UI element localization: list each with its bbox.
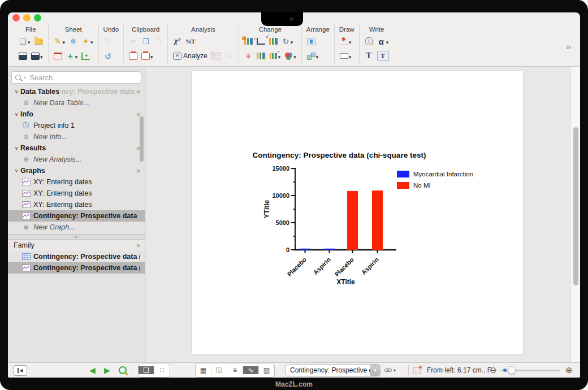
toolbar-overflow-chevron-icon[interactable]: » [566, 42, 571, 52]
graph-format-button[interactable] [269, 38, 278, 45]
sidebar-scrollbar-thumb[interactable] [140, 116, 144, 162]
toolbar-row [306, 34, 316, 49]
new-document-button[interactable] [18, 36, 31, 46]
layout-view-button[interactable]: ▥ [258, 366, 274, 374]
info-view-button[interactable]: ⓘ [211, 366, 227, 375]
sidebar-item-new-data-table[interactable]: ⊕New Data Table... [8, 97, 145, 109]
sheet-selector-dropdown[interactable]: Contingency: Prospective da ▼ [286, 363, 381, 378]
dropdown-caret-icon [349, 36, 352, 46]
axes-button[interactable] [256, 38, 266, 45]
sidebar-item-new-info[interactable]: ⊕New Info... [8, 131, 145, 142]
section-label: Data Tables [20, 88, 62, 96]
close-window-button[interactable] [12, 14, 20, 21]
draw-line-button[interactable] [339, 36, 352, 46]
find-related-button[interactable] [119, 363, 127, 378]
zoom-window-button[interactable] [34, 14, 41, 21]
bar-aspirin-myocardial-infarction[interactable] [324, 249, 335, 250]
sidebar-item-new-graph[interactable]: ⊕New Graph... [8, 222, 145, 233]
forward-button[interactable]: ▶ [104, 363, 110, 378]
delete-sheet-button[interactable] [53, 53, 63, 59]
single-page-view-button[interactable]: ❏ [139, 366, 154, 374]
back-button[interactable]: ◀ [89, 363, 96, 378]
toolbar-group-label: Arrange [306, 25, 330, 34]
info-add-button[interactable] [364, 37, 374, 46]
zoom-out-button[interactable]: ⊖ [490, 363, 497, 378]
graph-icon [21, 190, 31, 197]
contingency-chart[interactable]: Contingency: Prospective data (chi-squar… [248, 149, 497, 363]
paste-button[interactable] [128, 53, 138, 60]
graph-page[interactable]: Contingency: Prospective data (chi-squar… [191, 71, 524, 354]
collapse-sidebar-button[interactable]: ◀ [14, 363, 27, 378]
graph-type-button[interactable] [244, 38, 253, 45]
text-plain-button[interactable] [364, 51, 374, 60]
graph-view-button[interactable]: ∿ [243, 366, 258, 374]
section-label: Graphs [20, 167, 47, 175]
linked-sheets-button[interactable]: ▾ [384, 363, 396, 378]
sidebar-item-contingency-prospective-data-c[interactable]: Contingency: Prospective data (c [8, 262, 145, 274]
canvas-scrollbar-thumb[interactable] [573, 127, 578, 285]
search-input[interactable] [28, 73, 137, 83]
results-view-button[interactable]: ≡ [227, 366, 243, 374]
percent-t-button[interactable] [185, 37, 195, 46]
bar-placebo-myocardial-infarction[interactable] [300, 249, 310, 250]
alpha-button[interactable] [377, 36, 390, 46]
sidebar-item-label: New Analysis... [33, 155, 81, 163]
magic-wand-button[interactable] [244, 51, 253, 60]
sidebar-item-xy-entering-dates[interactable]: XY: Entering dates [8, 188, 145, 199]
zoom-slider[interactable] [501, 363, 560, 378]
draw-rect-button[interactable] [339, 51, 352, 61]
section-header-results[interactable]: ∨Results» [8, 142, 145, 154]
save-button[interactable] [18, 53, 28, 60]
section-more-icon[interactable]: » [136, 88, 140, 96]
paste-menu-button[interactable] [141, 51, 154, 61]
canvas-scrollbar-track[interactable] [570, 67, 580, 363]
add-graph-button[interactable] [81, 53, 90, 60]
graph-small-button[interactable] [269, 51, 282, 61]
copy-button[interactable] [141, 37, 150, 46]
family-header[interactable]: Family» [8, 240, 145, 251]
open-folder-button[interactable] [34, 38, 44, 45]
main-area: ∨ Contingency: Prospective data∨Data Tab… [8, 67, 580, 363]
rotate-button[interactable] [281, 36, 294, 46]
section-header-graphs[interactable]: ∨Graphs» [8, 165, 145, 176]
zoom-in-button[interactable]: ⊕ [565, 363, 573, 378]
save-as-button[interactable] [31, 51, 44, 61]
new-sheet-button[interactable] [66, 51, 79, 61]
chi-square-button[interactable] [172, 37, 182, 46]
section-more-icon[interactable]: » [136, 110, 140, 118]
dropdown-caret-icon [291, 36, 293, 46]
section-header-info[interactable]: ∨Info» [8, 109, 145, 120]
highlight-button[interactable] [53, 36, 66, 46]
section-header-data-tables[interactable]: Contingency: Prospective data∨Data Table… [8, 86, 145, 97]
search-field[interactable]: ∨ [11, 71, 141, 84]
new-family-sheet-button[interactable] [413, 363, 421, 378]
pane-splitter[interactable] [8, 234, 145, 240]
add-data-button[interactable] [256, 53, 266, 59]
bar-placebo-no-mi[interactable] [347, 191, 358, 250]
text-boxed-button[interactable] [377, 51, 390, 61]
undo-button[interactable] [103, 51, 113, 60]
sidebar-item-contingency-prospective-data-c[interactable]: Contingency: Prospective data (c [8, 251, 145, 262]
sidebar-item-xy-entering-dates[interactable]: XY: Entering dates [8, 176, 145, 188]
sidebar-item-xy-entering-dates[interactable]: XY: Entering dates [8, 199, 145, 210]
zoom-slider-track[interactable] [501, 370, 560, 371]
sidebar-item-contingency-prospective-data[interactable]: Contingency: Prospective data [8, 210, 145, 222]
sidebar-item-project-info-1[interactable]: ⓘProject info 1 [8, 120, 145, 131]
section-more-icon[interactable]: » [136, 144, 140, 152]
section-more-icon[interactable]: » [136, 167, 140, 175]
pin-button[interactable] [81, 36, 94, 46]
zoom-slider-thumb[interactable] [508, 366, 516, 374]
toolbar-row [103, 34, 113, 49]
sidebar-item-new-analysis[interactable]: ⊕New Analysis... [8, 154, 145, 165]
gallery-view-button[interactable]: ∷ [154, 366, 170, 374]
freeze-button[interactable] [68, 37, 78, 46]
y-tick-label: 10000 [272, 192, 289, 199]
color-scheme-button[interactable] [284, 51, 297, 61]
table-view-button[interactable]: ▦ [196, 366, 211, 374]
align-button[interactable] [306, 38, 316, 45]
family-more-icon[interactable]: » [136, 241, 140, 249]
minimize-window-button[interactable] [23, 14, 31, 21]
analyze-button[interactable]: Analyze [172, 52, 208, 60]
arrange-shapes-button[interactable] [306, 51, 319, 61]
bar-aspirin-no-mi[interactable] [372, 190, 383, 250]
